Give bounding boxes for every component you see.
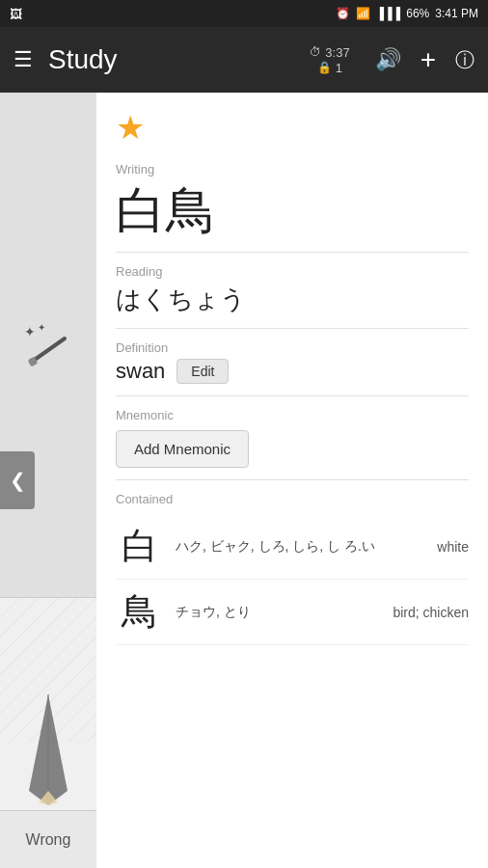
divider-3 xyxy=(116,395,469,396)
contained-label: Contained xyxy=(116,492,469,506)
favorite-star[interactable]: ★ xyxy=(116,109,145,146)
clock-time: 3:41 PM xyxy=(435,7,478,20)
top-nav: ☰ Study ⏱ 3:37 🔒 1 🔊 + ⓘ xyxy=(0,27,488,93)
status-bar: 🖼 ⏰ 📶 ▐▐▐ 66% 3:41 PM xyxy=(0,0,488,27)
mnemonic-section: Mnemonic Add Mnemonic xyxy=(116,408,469,468)
battery-level: 66% xyxy=(406,7,429,20)
star-area: ★ xyxy=(116,108,469,147)
timer-row: ⏱ 3:37 xyxy=(310,45,349,60)
pencil-sketch xyxy=(10,694,87,810)
contained-kanji: 鳥 xyxy=(116,587,164,637)
alarm-icon: ⏰ xyxy=(336,7,350,20)
definition-value: swan xyxy=(116,359,165,384)
count-row: 🔒 1 xyxy=(317,61,342,75)
status-right: ⏰ 📶 ▐▐▐ 66% 3:41 PM xyxy=(336,7,478,20)
definition-section: Definition swan Edit xyxy=(116,340,469,384)
contained-kanji: 白 xyxy=(116,522,164,571)
reading-label: Reading xyxy=(116,264,469,279)
hamburger-menu-icon[interactable]: ☰ xyxy=(14,49,33,70)
main-layout: ✦ ✦ xyxy=(0,93,488,868)
session-timer: 3:37 xyxy=(325,45,349,60)
writing-label: Writing xyxy=(116,162,469,176)
divider-1 xyxy=(116,252,469,253)
reading-section: Reading はくちょう xyxy=(116,264,469,316)
page-title: Study xyxy=(48,44,294,75)
wifi-icon: 📶 xyxy=(356,7,370,20)
sound-icon[interactable]: 🔊 xyxy=(375,47,401,72)
wrong-label: Wrong xyxy=(26,831,71,849)
svg-text:✦: ✦ xyxy=(24,324,36,339)
signal-bars: ▐▐▐ xyxy=(376,7,401,20)
add-mnemonic-button[interactable]: Add Mnemonic xyxy=(116,430,249,468)
sketch-area xyxy=(0,598,96,810)
magic-wand-icon: ✦ ✦ xyxy=(22,319,74,371)
right-panel: ★ Writing 白鳥 Reading はくちょう Definition sw… xyxy=(96,93,488,868)
mnemonic-label: Mnemonic xyxy=(116,408,469,422)
contained-meaning: bird; chicken xyxy=(393,605,469,620)
writing-section: Writing 白鳥 xyxy=(116,162,469,240)
contained-table: 白 ハク, ビャク, しろ, しら, し ろ.い white 鳥 チョウ, とり… xyxy=(116,514,469,645)
contained-section: Contained 白 ハク, ビャク, しろ, しら, し ろ.い white… xyxy=(116,492,469,645)
divider-2 xyxy=(116,328,469,329)
contained-meaning: white xyxy=(401,539,469,555)
divider-4 xyxy=(116,479,469,480)
svg-text:✦: ✦ xyxy=(38,322,45,333)
chevron-left-icon: ❮ xyxy=(10,469,26,492)
info-icon[interactable]: ⓘ xyxy=(455,47,474,73)
definition-row: swan Edit xyxy=(116,359,469,384)
nav-actions: 🔊 + ⓘ xyxy=(375,44,474,75)
wrong-button[interactable]: Wrong xyxy=(0,810,96,868)
gallery-icon: 🖼 xyxy=(10,7,22,21)
contained-row[interactable]: 白 ハク, ビャク, しろ, しら, し ろ.い white xyxy=(116,514,469,580)
contained-readings: ハク, ビャク, しろ, しら, し ろ.い xyxy=(176,536,390,556)
session-meta: ⏱ 3:37 🔒 1 xyxy=(310,45,349,75)
contained-row[interactable]: 鳥 チョウ, とり bird; chicken xyxy=(116,580,469,645)
wand-icon-container: ✦ ✦ xyxy=(19,316,77,374)
contained-readings: チョウ, とり xyxy=(176,602,381,622)
left-panel: ✦ ✦ xyxy=(0,93,96,868)
session-count: 1 xyxy=(336,61,342,75)
edit-button[interactable]: Edit xyxy=(176,359,229,384)
chevron-left-button[interactable]: ❮ xyxy=(0,451,35,509)
reading-value: はくちょう xyxy=(116,283,469,316)
svg-line-2 xyxy=(32,339,65,362)
definition-label: Definition xyxy=(116,340,469,355)
status-left: 🖼 xyxy=(10,7,22,21)
add-icon[interactable]: + xyxy=(420,44,436,75)
writing-value: 白鳥 xyxy=(116,180,469,240)
flame-icon: 🔒 xyxy=(317,61,332,74)
wand-area[interactable]: ✦ ✦ xyxy=(0,93,96,598)
clock-icon: ⏱ xyxy=(310,45,321,59)
